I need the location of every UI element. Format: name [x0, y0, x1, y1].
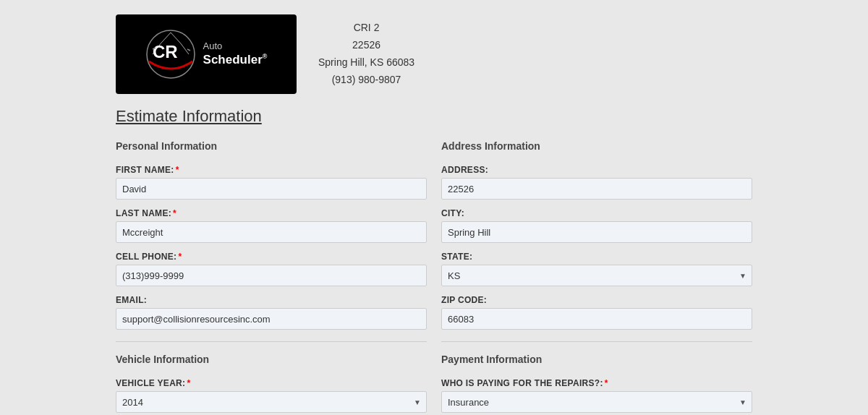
cell-phone-input[interactable]	[116, 265, 427, 286]
logo-box: CR Auto Scheduler®	[116, 14, 297, 94]
logo-inner: CR Auto Scheduler®	[145, 29, 268, 80]
state-select[interactable]: KS MO OK TX CO	[441, 265, 752, 286]
first-name-label: FIRST NAME:*	[116, 165, 427, 175]
vehicle-year-wrapper: 2014 2015 2013 2012 ▼	[116, 391, 427, 413]
city-input[interactable]	[441, 221, 752, 243]
page-wrapper: CR Auto Scheduler® CRI 2 22526 Spring Hi…	[101, 0, 767, 415]
vehicle-year-group: VEHICLE YEAR:* 2014 2015 2013 2012 ▼	[116, 378, 427, 413]
logo-icon: CR	[145, 29, 196, 80]
vehicle-section-title: Vehicle Information	[116, 354, 427, 368]
svg-text:CR: CR	[153, 42, 178, 61]
right-column: Address Information ADDRESS: CITY: STATE…	[441, 140, 752, 415]
page-title: Estimate Information	[116, 107, 752, 126]
last-name-input[interactable]	[116, 221, 427, 243]
email-label: EMAIL:	[116, 295, 427, 305]
company-phone: (913) 980-9807	[318, 72, 414, 89]
address-section-title: Address Information	[441, 140, 752, 155]
personal-section-title: Personal Information	[116, 140, 427, 155]
cell-phone-label: CELL PHONE:*	[116, 252, 427, 262]
paying-group: Who is paying for the repairs?:* Insuran…	[441, 378, 752, 413]
form-sections: Personal Information FIRST NAME:* LAST N…	[116, 140, 752, 415]
company-address: Spring Hill, KS 66083	[318, 54, 414, 72]
zip-label: ZIP CODE:	[441, 295, 752, 305]
state-wrapper: KS MO OK TX CO ▼	[441, 265, 752, 286]
zip-group: ZIP CODE:	[441, 295, 752, 330]
company-id: CRI 2	[318, 20, 414, 37]
payment-section-title: Payment Information	[441, 354, 752, 368]
company-info: CRI 2 22526 Spring Hill, KS 66083 (913) …	[318, 20, 414, 88]
cell-phone-group: CELL PHONE:*	[116, 252, 427, 286]
address-label: ADDRESS:	[441, 165, 752, 175]
paying-select[interactable]: Insurance Self Pay Other	[441, 391, 752, 413]
logo-text: Auto Scheduler®	[203, 40, 268, 69]
email-group: EMAIL:	[116, 295, 427, 330]
logo-scheduler: Scheduler®	[203, 52, 268, 68]
vehicle-year-select[interactable]: 2014 2015 2013 2012	[116, 391, 427, 413]
company-number: 22526	[318, 37, 414, 54]
logo-auto: Auto	[203, 40, 268, 53]
zip-input[interactable]	[441, 308, 752, 330]
city-label: CITY:	[441, 208, 752, 218]
last-name-label: LAST NAME:*	[116, 208, 427, 218]
last-name-group: LAST NAME:*	[116, 208, 427, 243]
paying-wrapper: Insurance Self Pay Other ▼	[441, 391, 752, 413]
header: CR Auto Scheduler® CRI 2 22526 Spring Hi…	[116, 14, 752, 94]
section-divider-vehicle	[116, 341, 427, 342]
first-name-group: FIRST NAME:*	[116, 165, 427, 200]
state-label: STATE:	[441, 252, 752, 262]
first-name-input[interactable]	[116, 178, 427, 200]
left-column: Personal Information FIRST NAME:* LAST N…	[116, 140, 427, 415]
vehicle-year-label: VEHICLE YEAR:*	[116, 378, 427, 388]
paying-label: Who is paying for the repairs?:*	[441, 378, 752, 388]
state-group: STATE: KS MO OK TX CO ▼	[441, 252, 752, 286]
address-group: ADDRESS:	[441, 165, 752, 200]
city-group: CITY:	[441, 208, 752, 243]
email-input[interactable]	[116, 308, 427, 330]
section-divider-payment	[441, 341, 752, 342]
address-input[interactable]	[441, 178, 752, 200]
